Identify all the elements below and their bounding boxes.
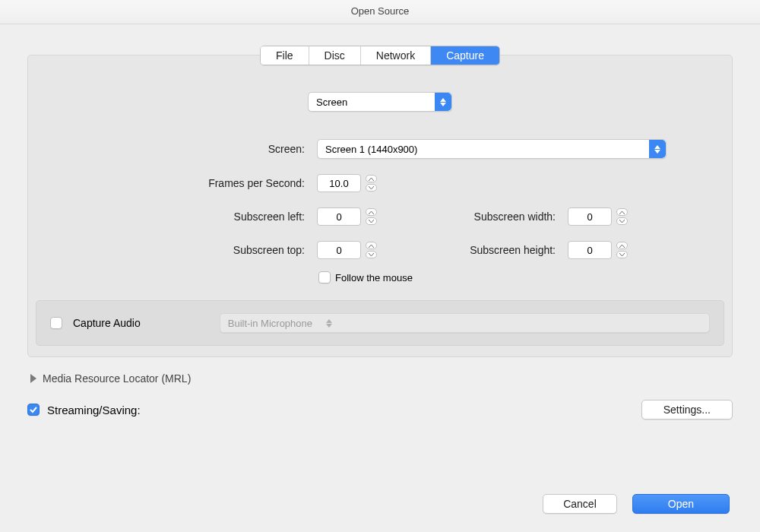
subwidth-stepper[interactable] bbox=[616, 207, 628, 226]
audio-device-select: Built-in Microphone bbox=[220, 313, 710, 333]
tab-network[interactable]: Network bbox=[361, 46, 431, 65]
window-title: Open Source bbox=[0, 0, 760, 24]
screen-select-value: Screen 1 (1440x900) bbox=[318, 140, 425, 158]
subleft-input[interactable] bbox=[317, 207, 361, 226]
fps-label: Frames per Second: bbox=[81, 177, 309, 189]
subwidth-label: Subscreen width: bbox=[408, 211, 560, 223]
subtop-label: Subscreen top: bbox=[81, 244, 309, 256]
chevron-down-icon[interactable] bbox=[366, 217, 377, 225]
subheight-input[interactable] bbox=[568, 241, 612, 259]
follow-mouse-label: Follow the mouse bbox=[335, 272, 413, 283]
audio-device-value: Built-in Microphone bbox=[220, 314, 320, 332]
subtop-input[interactable] bbox=[317, 241, 361, 259]
source-tabs: File Disc Network Capture bbox=[260, 46, 500, 65]
subleft-label: Subscreen left: bbox=[81, 211, 309, 223]
updown-arrows-icon bbox=[435, 93, 451, 111]
subheight-stepper[interactable] bbox=[616, 241, 628, 259]
fps-stepper[interactable] bbox=[366, 174, 377, 192]
screen-select[interactable]: Screen 1 (1440x900) bbox=[317, 139, 667, 159]
streaming-checkbox[interactable] bbox=[27, 404, 40, 416]
chevron-down-icon[interactable] bbox=[366, 184, 377, 192]
chevron-down-icon[interactable] bbox=[616, 217, 628, 225]
subtop-stepper[interactable] bbox=[366, 241, 377, 259]
subwidth-input[interactable] bbox=[568, 207, 612, 226]
follow-mouse-checkbox[interactable] bbox=[318, 271, 331, 283]
tab-disc[interactable]: Disc bbox=[309, 46, 361, 65]
disclosure-triangle-icon bbox=[30, 374, 36, 383]
chevron-up-icon[interactable] bbox=[366, 208, 377, 216]
open-button[interactable]: Open bbox=[632, 494, 730, 514]
capture-source-select[interactable]: Screen bbox=[308, 92, 452, 112]
chevron-up-icon[interactable] bbox=[366, 175, 377, 182]
chevron-down-icon[interactable] bbox=[616, 251, 628, 258]
chevron-up-icon[interactable] bbox=[616, 208, 628, 216]
capture-source-value: Screen bbox=[309, 93, 355, 111]
updown-arrows-icon bbox=[320, 314, 337, 332]
chevron-up-icon[interactable] bbox=[366, 242, 377, 249]
fps-input[interactable] bbox=[317, 174, 361, 192]
tab-file[interactable]: File bbox=[261, 46, 309, 65]
tab-capture[interactable]: Capture bbox=[431, 46, 499, 65]
updown-arrows-icon bbox=[649, 140, 666, 158]
subheight-label: Subscreen height: bbox=[408, 244, 560, 256]
subleft-stepper[interactable] bbox=[366, 207, 377, 226]
screen-label: Screen: bbox=[81, 143, 309, 155]
settings-button[interactable]: Settings... bbox=[641, 400, 733, 420]
chevron-up-icon[interactable] bbox=[616, 242, 628, 249]
capture-audio-label: Capture Audio bbox=[73, 317, 141, 329]
streaming-label: Streaming/Saving: bbox=[47, 404, 141, 416]
dialog-body: File Disc Network Capture Screen Screen:… bbox=[0, 24, 760, 532]
mrl-label: Media Resource Locator (MRL) bbox=[43, 372, 191, 385]
chevron-down-icon[interactable] bbox=[366, 251, 377, 258]
mrl-disclosure[interactable]: Media Resource Locator (MRL) bbox=[30, 372, 760, 385]
capture-audio-checkbox[interactable] bbox=[50, 317, 62, 329]
cancel-button[interactable]: Cancel bbox=[543, 494, 617, 514]
capture-audio-box: Capture Audio Built-in Microphone bbox=[36, 300, 724, 346]
capture-panel: Screen Screen: Screen 1 (1440x900) Fram bbox=[27, 55, 733, 357]
